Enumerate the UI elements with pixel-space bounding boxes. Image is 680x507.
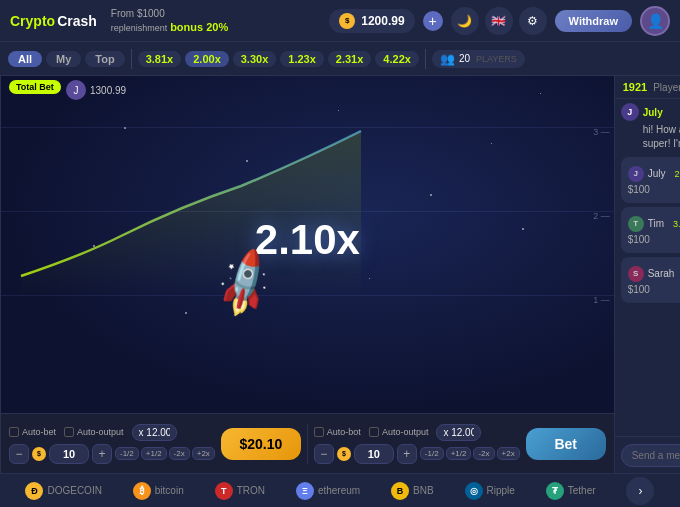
- quick-bet-r-half-minus[interactable]: -1/2: [420, 447, 444, 460]
- crypto-bitcoin[interactable]: ₿ bitcoin: [133, 482, 184, 500]
- tab-my[interactable]: My: [46, 51, 81, 67]
- place-bet-button-right[interactable]: Bet: [526, 428, 606, 460]
- bet-amount-input-left[interactable]: [49, 444, 89, 464]
- add-funds-button[interactable]: +: [423, 11, 443, 31]
- quick-bets-left: -1/2 +1/2 -2x +2x: [115, 447, 215, 460]
- players-count: 20: [459, 53, 470, 64]
- bet-divider: [307, 424, 308, 464]
- ripple-icon: ◎: [465, 482, 483, 500]
- chat-message: J July hi! How are you? the game is just…: [621, 103, 680, 151]
- tab-top[interactable]: Top: [85, 51, 124, 67]
- quick-bet-2x-plus[interactable]: +2x: [192, 447, 215, 460]
- minus-button-right[interactable]: −: [314, 444, 334, 464]
- flag-icon[interactable]: 🇬🇧: [485, 7, 513, 35]
- bet-section-header-right: Auto-bot Auto-output: [314, 424, 520, 441]
- bet-card-left: J July 2.31x $100: [628, 166, 680, 195]
- plus-button-left[interactable]: +: [92, 444, 112, 464]
- player-info: J 1300.99: [66, 80, 126, 100]
- dogecoin-label: DOGECOIN: [47, 485, 101, 496]
- logo-crypto: Crypto: [10, 13, 55, 29]
- plus-button-right[interactable]: +: [397, 444, 417, 464]
- mult-6[interactable]: 4.22x: [375, 51, 419, 67]
- crypto-bnb[interactable]: B BNB: [391, 482, 434, 500]
- ripple-label: Ripple: [487, 485, 515, 496]
- dogecoin-icon: Ð: [25, 482, 43, 500]
- auto-bot-label[interactable]: Auto-bot: [314, 427, 361, 437]
- mult-5[interactable]: 2.31x: [328, 51, 372, 67]
- bonus-from: From $1000: [111, 8, 165, 19]
- quick-bet-half-minus[interactable]: -1/2: [115, 447, 139, 460]
- bet-card-amount: $100: [628, 284, 680, 295]
- online-label: Players Online: [653, 82, 680, 93]
- moon-icon[interactable]: 🌙: [451, 7, 479, 35]
- auto-output2-checkbox[interactable]: [369, 427, 379, 437]
- bet-input-row-right: − $ + -1/2 +1/2 -2x +2x: [314, 444, 520, 464]
- logo-crash: Crash: [57, 13, 97, 29]
- bet-card-left: S Sarah 2.00x $100: [628, 266, 680, 295]
- auto-output2-label[interactable]: Auto-output: [369, 427, 429, 437]
- bet-card-name: J July 2.31x: [628, 166, 680, 182]
- place-bet-button-left[interactable]: $20.10: [221, 428, 301, 460]
- quick-bet-2x-minus[interactable]: -2x: [169, 447, 190, 460]
- chat-msg-header: J July: [621, 103, 680, 121]
- chat-input[interactable]: [621, 444, 680, 467]
- auto-output2-text: Auto-output: [382, 427, 429, 437]
- players-label: PLAYERS: [476, 54, 517, 64]
- ethereum-icon: Ξ: [296, 482, 314, 500]
- quick-bet-half-plus[interactable]: +1/2: [141, 447, 167, 460]
- tab-all[interactable]: All: [8, 51, 42, 67]
- quick-bet-r-half-plus[interactable]: +1/2: [446, 447, 472, 460]
- bonus-text: From $1000 replenishment bonus 20%: [111, 7, 228, 35]
- crypto-tether[interactable]: ₮ Tether: [546, 482, 596, 500]
- bet-input-row-left: − $ + -1/2 +1/2 -2x +2x: [9, 444, 215, 464]
- auto-bot-text: Auto-bot: [327, 427, 361, 437]
- crypto-ethereum[interactable]: Ξ ethereum: [296, 482, 360, 500]
- auto-bet-label[interactable]: Auto-bet: [9, 427, 56, 437]
- auto-output-checkbox[interactable]: [64, 427, 74, 437]
- mult-3[interactable]: 3.30x: [233, 51, 277, 67]
- bet-controls: Auto-bet Auto-output − $ + -1/2 +1/2: [1, 413, 614, 473]
- multiplier-input-right[interactable]: [436, 424, 481, 441]
- bet-card-tim: T Tim 3.30x $100 x4.53 $330 Take-up: [621, 207, 680, 253]
- quick-bet-r-2x-minus[interactable]: -2x: [473, 447, 494, 460]
- bet-amount-input-right[interactable]: [354, 444, 394, 464]
- bet-section-left: Auto-bet Auto-output − $ + -1/2 +1/2: [9, 424, 215, 464]
- topbar-icons: 🌙 🇬🇧 ⚙: [451, 7, 547, 35]
- players-icon: 👥: [440, 52, 455, 66]
- coin-icon: $: [339, 13, 355, 29]
- quick-bet-r-2x-plus[interactable]: +2x: [497, 447, 520, 460]
- user-avatar[interactable]: 👤: [640, 6, 670, 36]
- mult-4[interactable]: 1.23x: [280, 51, 324, 67]
- auto-bot-checkbox[interactable]: [314, 427, 324, 437]
- bitcoin-icon: ₿: [133, 482, 151, 500]
- crypto-dogecoin[interactable]: Ð DOGECOIN: [25, 482, 101, 500]
- auto-bet-checkbox[interactable]: [9, 427, 19, 437]
- chat-area: J July hi! How are you? the game is just…: [615, 99, 680, 436]
- more-cryptos-button[interactable]: ›: [626, 477, 654, 505]
- center-column: 3 — 2 — 1 —: [1, 76, 614, 473]
- bet-card-avatar: J: [628, 166, 644, 182]
- auto-output-text: Auto-output: [77, 427, 124, 437]
- bet-section-header: Auto-bet Auto-output: [9, 424, 215, 441]
- bitcoin-label: bitcoin: [155, 485, 184, 496]
- tron-icon: T: [215, 482, 233, 500]
- player-balance: 1300.99: [90, 85, 126, 96]
- crypto-ripple[interactable]: ◎ Ripple: [465, 482, 515, 500]
- mult-2[interactable]: 2.00x: [185, 51, 229, 67]
- settings-icon[interactable]: ⚙: [519, 7, 547, 35]
- bet-card-left: T Tim 3.30x $100: [628, 216, 680, 245]
- bonus-replen: replenishment: [111, 23, 168, 33]
- minus-button-left[interactable]: −: [9, 444, 29, 464]
- multiplier-display: 2.10x: [255, 216, 360, 264]
- mult-1[interactable]: 3.81x: [138, 51, 182, 67]
- tabs-divider2: [425, 49, 426, 69]
- chat-header: 1921 Players Online: [615, 76, 680, 99]
- crypto-tron[interactable]: T TRON: [215, 482, 265, 500]
- bet-card-july: J July 2.31x $100 x4.53 $231 Take-up: [621, 157, 680, 203]
- auto-output-label[interactable]: Auto-output: [64, 427, 124, 437]
- tabs-divider: [131, 49, 132, 69]
- multiplier-input-left[interactable]: [132, 424, 177, 441]
- withdraw-button[interactable]: Withdraw: [555, 10, 632, 32]
- chat-input-row: ➤: [615, 436, 680, 473]
- tether-icon: ₮: [546, 482, 564, 500]
